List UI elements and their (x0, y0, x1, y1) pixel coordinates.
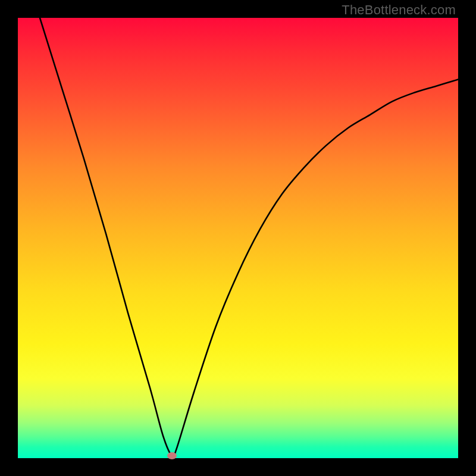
chart-frame: TheBottleneck.com (0, 0, 476, 476)
bottleneck-curve (40, 18, 458, 458)
watermark-text: TheBottleneck.com (342, 2, 456, 18)
curve-svg (18, 18, 458, 458)
optimum-marker (167, 452, 177, 459)
plot-area (18, 18, 458, 458)
